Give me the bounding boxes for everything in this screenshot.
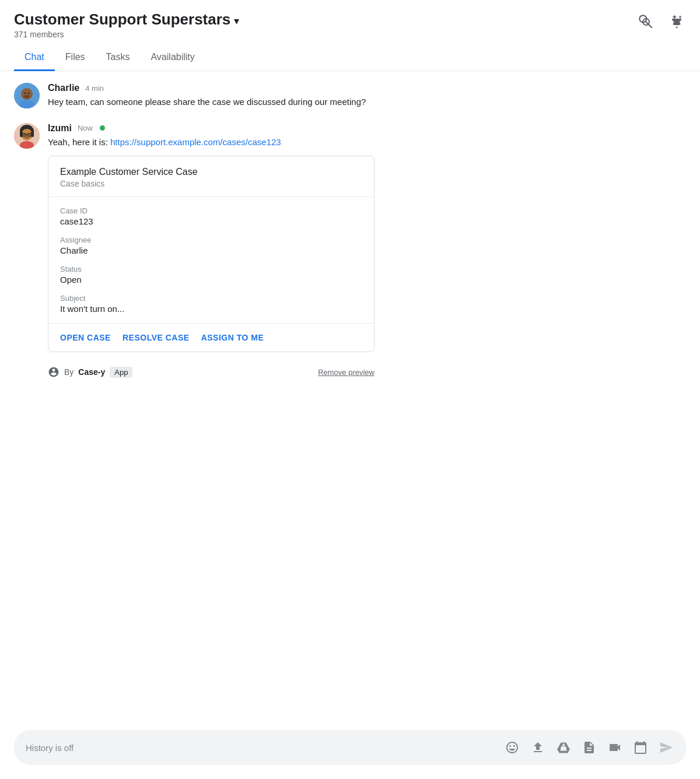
izumi-avatar-svg xyxy=(14,123,40,149)
message-body-izumi: Izumi Now Yeah, here it is: https://supp… xyxy=(48,123,374,353)
svg-point-4 xyxy=(28,93,30,94)
drive-icon xyxy=(556,741,570,755)
upload-icon xyxy=(531,741,545,755)
input-placeholder[interactable]: History is off xyxy=(23,743,497,753)
search-button[interactable] xyxy=(635,10,654,30)
header-left: Customer Support Superstars ▾ 371 member… xyxy=(14,10,239,39)
case-card-actions: OPEN CASE RESOLVE CASE ASSIGN TO ME xyxy=(48,324,374,352)
case-field-value-assignee: Charlie xyxy=(60,245,362,255)
header: Customer Support Superstars ▾ 371 member… xyxy=(0,0,700,39)
sender-izumi: Izumi xyxy=(48,123,72,134)
case-field-subject: Subject It won't turn on... xyxy=(60,294,362,314)
case-card: Example Customer Service Case Case basic… xyxy=(48,156,374,352)
add-doc-icon xyxy=(582,741,596,755)
svg-point-5 xyxy=(23,95,30,99)
svg-point-14 xyxy=(29,134,30,135)
search-icon xyxy=(637,13,652,28)
case-field-assignee: Assignee Charlie xyxy=(60,236,362,255)
send-button[interactable] xyxy=(656,738,677,757)
resolve-case-button[interactable]: RESOLVE CASE xyxy=(123,333,190,342)
avatar-charlie xyxy=(14,83,40,108)
by-line: By Case-y App Remove preview xyxy=(48,366,374,378)
svg-rect-16 xyxy=(31,131,34,137)
group-name: Customer Support Superstars xyxy=(14,10,230,29)
text-charlie: Hey team, can someone please share the c… xyxy=(48,96,366,109)
case-field-value-status: Open xyxy=(60,275,362,285)
time-izumi: Now xyxy=(78,124,93,132)
svg-point-3 xyxy=(24,93,26,94)
emoji-button[interactable] xyxy=(502,738,523,757)
tab-files[interactable]: Files xyxy=(55,45,96,71)
case-field-label-id: Case ID xyxy=(60,206,362,215)
upload-button[interactable] xyxy=(527,738,548,757)
tab-availability[interactable]: Availability xyxy=(140,45,205,71)
open-case-button[interactable]: OPEN CASE xyxy=(60,333,111,342)
case-field-label-assignee: Assignee xyxy=(60,236,362,244)
case-card-header: Example Customer Service Case Case basic… xyxy=(48,156,374,197)
time-charlie: 4 min xyxy=(85,84,104,93)
case-field-status: Status Open xyxy=(60,265,362,285)
chat-area: Charlie 4 min Hey team, can someone plea… xyxy=(0,71,700,378)
message-charlie: Charlie 4 min Hey team, can someone plea… xyxy=(14,83,686,109)
case-card-subtitle: Case basics xyxy=(60,179,362,188)
svg-rect-6 xyxy=(19,103,34,108)
online-indicator xyxy=(100,125,105,131)
text-izumi: Yeah, here it is: https://support.exampl… xyxy=(48,136,374,149)
message-header-izumi: Izumi Now xyxy=(48,123,374,134)
case-field-value-subject: It won't turn on... xyxy=(60,304,362,314)
assign-to-me-button[interactable]: ASSIGN TO ME xyxy=(201,333,264,342)
author-name: Case-y xyxy=(78,367,105,377)
remove-preview-link[interactable]: Remove preview xyxy=(318,368,374,377)
member-count: 371 members xyxy=(14,30,239,39)
drive-button[interactable] xyxy=(553,738,574,757)
by-label: By xyxy=(64,367,74,377)
sender-charlie: Charlie xyxy=(48,83,79,93)
case-field-id: Case ID case123 xyxy=(60,206,362,226)
header-title-row: Customer Support Superstars ▾ xyxy=(14,10,239,29)
more-options-button[interactable] xyxy=(666,10,686,30)
case-card-body: Case ID case123 Assignee Charlie Status … xyxy=(48,197,374,324)
message-izumi: Izumi Now Yeah, here it is: https://supp… xyxy=(14,123,686,353)
app-badge: App xyxy=(110,367,132,378)
input-bar-wrap: History is off xyxy=(0,721,700,779)
dropdown-icon[interactable]: ▾ xyxy=(234,15,239,27)
calendar-button[interactable] xyxy=(630,738,651,757)
send-icon xyxy=(659,741,673,755)
tab-tasks[interactable]: Tasks xyxy=(96,45,141,71)
charlie-avatar-svg xyxy=(14,83,40,108)
case-field-label-status: Status xyxy=(60,265,362,273)
video-icon xyxy=(608,741,622,755)
by-line-left: By Case-y App xyxy=(48,366,132,378)
svg-point-13 xyxy=(24,134,25,135)
input-bar: History is off xyxy=(14,730,686,765)
avatar-izumi xyxy=(14,123,40,149)
video-button[interactable] xyxy=(604,738,625,757)
sparkle-icon xyxy=(668,13,684,28)
casey-icon xyxy=(48,366,60,378)
message-body-charlie: Charlie 4 min Hey team, can someone plea… xyxy=(48,83,366,109)
add-doc-button[interactable] xyxy=(579,738,600,757)
case-card-title: Example Customer Service Case xyxy=(60,167,362,177)
svg-rect-15 xyxy=(20,131,23,137)
case-field-value-id: case123 xyxy=(60,216,362,226)
message-header-charlie: Charlie 4 min xyxy=(48,83,366,93)
tab-chat[interactable]: Chat xyxy=(14,45,55,71)
tab-bar: Chat Files Tasks Availability xyxy=(0,45,700,71)
case-link[interactable]: https://support.example.com/cases/case12… xyxy=(110,137,281,147)
case-field-label-subject: Subject xyxy=(60,294,362,303)
emoji-icon xyxy=(505,741,519,755)
calendar-icon xyxy=(634,741,648,755)
